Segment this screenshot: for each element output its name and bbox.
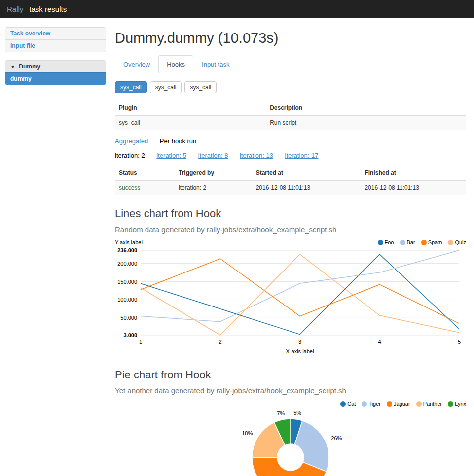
pie-slice-tiger <box>294 421 329 472</box>
y-tick-label: 50.000 <box>120 315 137 321</box>
y-tick-label: 236.000 <box>117 247 137 253</box>
series-line-quiz <box>141 254 459 335</box>
pie-chart-section: Pie chart from Hook Yet another data gen… <box>115 369 466 476</box>
legend-item-jaguar[interactable]: Jaguar <box>387 401 410 407</box>
legend-swatch-icon <box>416 401 422 407</box>
tab-hooks[interactable]: Hooks <box>158 55 193 73</box>
y-tick-label: 100.000 <box>117 297 137 303</box>
pie-chart-title: Pie chart from Hook <box>115 369 466 381</box>
sidebar-item-task-overview[interactable]: Task overview <box>5 28 106 39</box>
legend-label: Lynx <box>455 401 466 407</box>
legend-item-panther[interactable]: Panther <box>416 401 442 407</box>
page-title: Dummy.dummy (10.073s) <box>115 30 466 46</box>
legend-item-cat[interactable]: Cat <box>340 401 356 407</box>
y-tick-label: 3.000 <box>123 332 137 338</box>
legend-label: Panther <box>423 401 442 407</box>
lines-chart-section: Lines chart from Hook Random data genera… <box>115 207 466 356</box>
column-header-status: Status <box>115 166 175 180</box>
legend-item-tiger[interactable]: Tiger <box>362 401 381 407</box>
legend-label: Quiz <box>455 239 466 245</box>
pie-chart: 5%26%44%18%7% <box>115 408 466 476</box>
navbar-title: task results <box>29 5 67 13</box>
tab-input-task[interactable]: Input task <box>193 55 238 73</box>
legend-item-lynx[interactable]: Lynx <box>448 401 466 407</box>
iteration-link-5[interactable]: iteration: 5 <box>156 152 186 159</box>
tab-overview-label: Overview <box>123 61 150 68</box>
tab-input-task-label: Input task <box>202 61 229 68</box>
per-hook-run-label[interactable]: Per hook run <box>160 137 196 145</box>
legend-swatch-icon <box>400 240 405 245</box>
pie-chart-legend: CatTigerJaguarPantherLynx <box>340 401 466 407</box>
lines-chart: 3.00050.000100.000150.000200.000236.0001… <box>115 246 466 356</box>
sidebar-group-dummy[interactable]: ▼ Dummy <box>5 61 106 72</box>
pie-percent-label-lynx: 7% <box>277 410 285 416</box>
legend-label: Spam <box>428 239 442 245</box>
x-tick-label: 4 <box>378 339 381 345</box>
tab-overview[interactable]: Overview <box>115 55 158 73</box>
table-row: sys_call Run script <box>115 115 466 130</box>
started-at-cell: 2016-12-08 11:01:13 <box>252 180 361 195</box>
hook-button-2[interactable]: sys_call <box>150 81 182 93</box>
lines-chart-header: Y-axis label FooBarSpamQuiz <box>115 239 466 245</box>
legend-label: Foo <box>385 239 394 245</box>
lines-chart-subtitle: Random data generated by rally-jobs/extr… <box>115 225 466 234</box>
lines-chart-title: Lines chart from Hook <box>115 207 466 220</box>
legend-label: Bar <box>407 239 415 245</box>
sidebar: Task overview Input file ▼ Dummy dummy <box>5 27 106 476</box>
sidebar-scenario-group: ▼ Dummy dummy <box>5 60 106 85</box>
main-content: Dummy.dummy (10.073s) Overview Hooks Inp… <box>115 27 466 476</box>
aggregated-link[interactable]: Aggregated <box>115 137 148 145</box>
hook-button-row: sys_call sys_call sys_call <box>115 81 466 93</box>
legend-item-foo[interactable]: Foo <box>378 239 394 245</box>
finished-at-cell: 2016-12-08 11:01:13 <box>361 180 466 195</box>
legend-swatch-icon <box>448 401 453 407</box>
y-tick-label: 150.000 <box>117 279 137 285</box>
column-header-plugin: Plugin <box>115 101 266 115</box>
plugin-table: Plugin Description sys_call Run script <box>115 101 466 130</box>
lines-chart-legend: FooBarSpamQuiz <box>378 239 466 245</box>
x-tick-label: 3 <box>298 339 301 345</box>
y-axis-label: Y-axis label <box>115 239 143 245</box>
hook-button-1[interactable]: sys_call <box>115 81 147 93</box>
pie-chart-subtitle: Yet another data generated by rally-jobs… <box>115 386 466 395</box>
x-axis-label: X-axis label <box>286 348 314 354</box>
top-navbar: Rally task results <box>0 0 474 18</box>
pie-chart-header: CatTigerJaguarPantherLynx <box>115 401 466 407</box>
y-tick-label: 200.000 <box>117 261 137 267</box>
iteration-row: iteration: 2 iteration: 5 iteration: 8 i… <box>115 152 466 159</box>
legend-label: Tiger <box>368 401 381 407</box>
column-header-description: Description <box>266 101 466 115</box>
sidebar-item-input-file[interactable]: Input file <box>5 39 106 52</box>
pie-percent-label-tiger: 26% <box>331 435 342 441</box>
pie-percent-label-panther: 18% <box>242 430 253 436</box>
view-mode-row: Aggregated Per hook run <box>115 137 466 145</box>
pie-percent-label-cat: 5% <box>293 410 301 416</box>
series-line-spam <box>141 259 459 323</box>
legend-item-spam[interactable]: Spam <box>421 239 442 245</box>
table-row: success iteration: 2 2016-12-08 11:01:13… <box>115 180 466 195</box>
legend-swatch-icon <box>378 240 383 245</box>
legend-label: Jaguar <box>394 401 410 407</box>
legend-swatch-icon <box>340 401 346 407</box>
x-tick-label: 1 <box>139 339 142 345</box>
caret-down-icon: ▼ <box>10 64 15 69</box>
sidebar-group-label: Dummy <box>19 63 40 70</box>
iteration-current: iteration: 2 <box>115 152 145 159</box>
status-badge: success <box>115 180 175 195</box>
legend-label: Cat <box>347 401 356 407</box>
hook-button-3[interactable]: sys_call <box>184 81 217 93</box>
legend-item-bar[interactable]: Bar <box>400 239 415 245</box>
sidebar-links: Task overview Input file <box>5 27 106 52</box>
triggered-by-cell: iteration: 2 <box>175 180 252 195</box>
x-tick-label: 5 <box>458 339 461 345</box>
column-header-finished-at: Finished at <box>361 166 466 180</box>
description-cell: Run script <box>266 115 466 130</box>
iteration-link-8[interactable]: iteration: 8 <box>198 152 228 159</box>
iteration-link-17[interactable]: iteration: 17 <box>285 152 319 159</box>
tab-hooks-label: Hooks <box>167 61 185 68</box>
legend-swatch-icon <box>421 240 427 245</box>
iteration-link-13[interactable]: iteration: 13 <box>240 152 273 159</box>
brand-logo[interactable]: Rally <box>7 5 23 13</box>
legend-item-quiz[interactable]: Quiz <box>448 239 466 245</box>
sidebar-item-dummy[interactable]: dummy <box>5 72 106 85</box>
